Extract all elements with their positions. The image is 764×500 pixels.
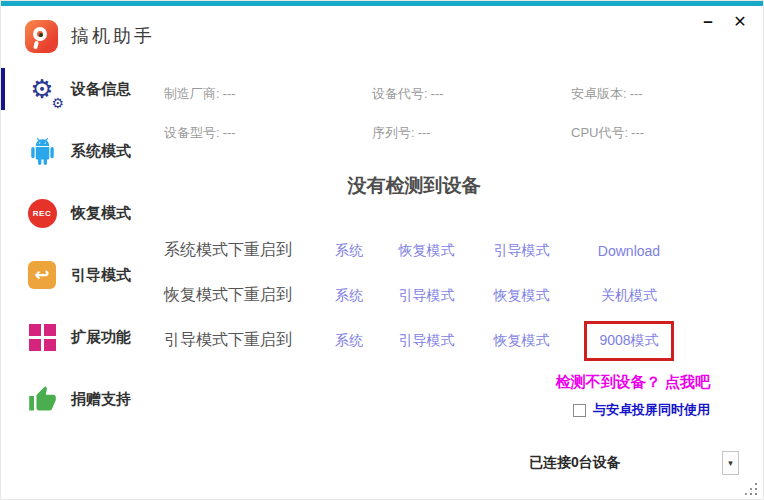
window-controls: – ✕ xyxy=(699,13,749,31)
reboot-options: 系统模式下重启到 系统 恢复模式 引导模式 Download 恢复模式下重启到 … xyxy=(164,228,689,363)
sidebar-item-label: 恢复模式 xyxy=(71,204,131,223)
info-field-android-version: 安卓版本:--- xyxy=(571,85,751,103)
sidebar-item-donate[interactable]: 捐赠支持 xyxy=(1,368,149,430)
sidebar-item-label: 设备信息 xyxy=(71,80,131,99)
chevron-down-icon[interactable]: ▾ xyxy=(722,451,739,475)
sidebar-item-label: 捐赠支持 xyxy=(71,390,131,409)
no-device-heading: 没有检测到设备 xyxy=(149,173,679,199)
reboot-row-system: 系统模式下重启到 系统 恢复模式 引导模式 Download xyxy=(164,228,689,273)
sidebar-item-label: 引导模式 xyxy=(71,266,131,285)
android-icon xyxy=(26,135,58,167)
sidebar-item-system-mode[interactable]: 系统模式 xyxy=(1,120,149,182)
sidebar: ⚙ ⚙ 设备信息 系统模式 REC 恢复模式 xyxy=(1,58,149,500)
rec-icon: REC xyxy=(28,199,57,228)
sidebar-item-bootloader-mode[interactable]: ↩ 引导模式 xyxy=(1,244,149,306)
thumbs-up-icon xyxy=(26,383,58,415)
logo-stem xyxy=(33,40,39,49)
reboot-link-recovery[interactable]: 恢复模式 xyxy=(494,287,550,303)
info-field-model: 设备型号:--- xyxy=(164,124,372,142)
reboot-row-label: 系统模式下重启到 xyxy=(164,240,319,261)
reboot-link-system[interactable]: 系统 xyxy=(335,287,363,303)
connected-devices-dropdown[interactable]: 已连接0台设备 ▾ xyxy=(529,451,739,475)
reboot-row-label: 恢复模式下重启到 xyxy=(164,285,319,306)
reboot-link-bootloader[interactable]: 引导模式 xyxy=(494,242,550,258)
info-field-codename: 设备代号:--- xyxy=(372,85,571,103)
logo-dot xyxy=(39,33,43,37)
reboot-link-poweroff[interactable]: 关机模式 xyxy=(601,287,657,303)
resize-grip[interactable] xyxy=(745,483,758,496)
minimize-button[interactable]: – xyxy=(699,13,717,31)
titlebar: 搞机助手 – ✕ xyxy=(1,6,763,58)
mirror-checkbox-label: 与安卓投屏同时使用 xyxy=(593,401,710,419)
mirror-checkbox[interactable] xyxy=(573,404,586,417)
sidebar-item-label: 系统模式 xyxy=(71,142,131,161)
reboot-link-recovery[interactable]: 恢复模式 xyxy=(399,242,455,258)
close-button[interactable]: ✕ xyxy=(731,13,749,31)
active-indicator xyxy=(1,68,5,110)
reboot-row-recovery: 恢复模式下重启到 系统 引导模式 恢复模式 关机模式 xyxy=(164,273,689,318)
reboot-link-system[interactable]: 系统 xyxy=(335,242,363,258)
grid-icon xyxy=(29,324,56,351)
sidebar-item-label: 扩展功能 xyxy=(71,328,131,347)
gear-small-glyph: ⚙ xyxy=(51,96,64,110)
body: ⚙ ⚙ 设备信息 系统模式 REC 恢复模式 xyxy=(1,58,763,500)
device-info-grid: 制造厂商:--- 设备代号:--- 安卓版本:--- 设备型号:--- 序列号:… xyxy=(164,85,751,142)
app-title: 搞机助手 xyxy=(71,24,155,48)
app-window: 搞机助手 – ✕ ⚙ ⚙ 设备信息 系统模式 xyxy=(0,0,764,500)
reboot-link-bootloader[interactable]: 引导模式 xyxy=(399,287,455,303)
reboot-link-bootloader[interactable]: 引导模式 xyxy=(399,332,455,348)
info-field-serial: 序列号:--- xyxy=(372,124,571,142)
reboot-row-label: 引导模式下重启到 xyxy=(164,330,319,351)
reboot-link-9008-highlighted[interactable]: 9008模式 xyxy=(584,321,673,361)
sidebar-item-extended-features[interactable]: 扩展功能 xyxy=(1,306,149,368)
sidebar-item-recovery-mode[interactable]: REC 恢复模式 xyxy=(1,182,149,244)
mirror-checkbox-row[interactable]: 与安卓投屏同时使用 xyxy=(573,401,710,419)
device-not-detected-help-link[interactable]: 检测不到设备？ 点我吧 xyxy=(556,373,710,392)
gear-glyph: ⚙ xyxy=(30,76,53,102)
reboot-row-bootloader: 引导模式下重启到 系统 引导模式 恢复模式 9008模式 xyxy=(164,318,689,363)
back-arrow-icon: ↩ xyxy=(28,261,56,289)
reboot-link-recovery[interactable]: 恢复模式 xyxy=(494,332,550,348)
reboot-link-download[interactable]: Download xyxy=(598,243,660,259)
info-field-manufacturer: 制造厂商:--- xyxy=(164,85,372,103)
sidebar-item-device-info[interactable]: ⚙ ⚙ 设备信息 xyxy=(1,58,149,120)
info-field-cpu: CPU代号:--- xyxy=(571,124,751,142)
app-logo-icon xyxy=(25,20,58,53)
reboot-link-system[interactable]: 系统 xyxy=(335,332,363,348)
connected-devices-value: 已连接0台设备 xyxy=(529,454,621,472)
gears-icon: ⚙ ⚙ xyxy=(26,73,58,105)
main-content: 制造厂商:--- 设备代号:--- 安卓版本:--- 设备型号:--- 序列号:… xyxy=(149,58,763,500)
